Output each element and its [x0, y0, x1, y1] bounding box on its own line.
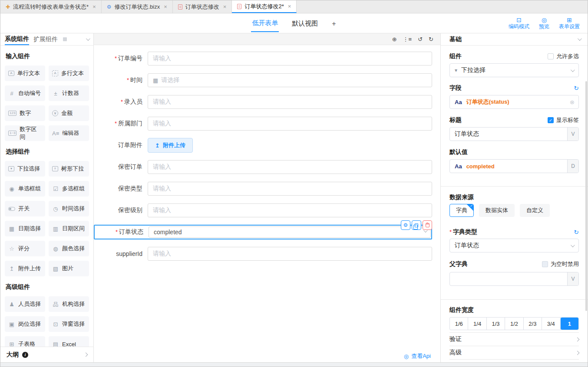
variable-suffix-button[interactable]: V [567, 272, 578, 285]
datasource-option[interactable]: 自定义 [520, 204, 550, 217]
palette-item-sub-table[interactable]: ⊞子表格 [5, 336, 45, 347]
field-input[interactable]: 请输入 [148, 95, 432, 109]
palette-item-rating[interactable]: ☆评分 [5, 241, 45, 256]
palette-item-popup-picker[interactable]: ⊡弹窗选择 [49, 316, 89, 332]
refresh-icon[interactable]: ↻ [574, 229, 579, 236]
palette-item-number[interactable]: 123数字 [5, 105, 45, 121]
palette-item-auto-number[interactable]: #自动编号 [5, 85, 45, 101]
field-item[interactable]: *所属部门请输入 [94, 113, 432, 134]
view-tab[interactable]: 低开表单 [251, 14, 279, 32]
width-option[interactable]: 2/3 [524, 318, 542, 330]
palette-item-single-line-text[interactable]: A单行文本 [5, 66, 45, 81]
close-icon[interactable]: × [92, 3, 96, 10]
close-icon[interactable]: × [288, 3, 291, 10]
undo-icon[interactable]: ↺ [418, 36, 423, 42]
attachment-upload-button[interactable]: ↥附件上传 [148, 138, 193, 153]
field-item[interactable]: 订单附件↥附件上传 [94, 134, 432, 156]
palette-item-color-picker[interactable]: ◍颜色选择 [49, 241, 89, 256]
field-selected[interactable]: *订单状态completed⚙ [94, 225, 432, 239]
component-type-select[interactable]: ▾ 下拉选择 [449, 63, 579, 77]
width-option[interactable]: 1/2 [505, 318, 523, 330]
width-option[interactable]: 1 [561, 318, 578, 330]
width-option[interactable]: 1/4 [468, 318, 486, 330]
allow-multi-checkbox[interactable]: 允许多选 [548, 52, 579, 60]
dynamic-suffix-button[interactable]: D [567, 160, 578, 173]
chevron-down-icon[interactable] [86, 36, 90, 41]
redo-icon[interactable]: ↻ [429, 36, 433, 42]
inspector-header[interactable]: 基础 [441, 33, 588, 46]
datasource-option[interactable]: 数据实体 [479, 204, 515, 217]
dict-type-select[interactable]: 订单状态 [449, 239, 579, 252]
add-view-tab[interactable]: + [331, 15, 337, 32]
window-tab[interactable]: ✚流程流转时修改表单业务状态*× [0, 0, 102, 13]
variable-suffix-button[interactable]: V [567, 128, 578, 141]
field-item[interactable]: 保密订单请输入 [94, 156, 432, 178]
delete-button[interactable] [423, 220, 432, 230]
action-code-mode[interactable]: ⊡编码模式 [509, 17, 529, 30]
palette-item-switch[interactable]: 开关 [5, 201, 45, 216]
close-icon[interactable]: × [164, 3, 167, 10]
section-高级[interactable]: 高级 [449, 346, 579, 359]
palette-item-org-picker[interactable]: 品机构选择 [49, 296, 89, 312]
default-value-input[interactable]: Aa completed D [449, 159, 579, 173]
field-input[interactable]: 请输入 [148, 52, 432, 66]
palette-item-radio-group[interactable]: ◉单选框组 [5, 181, 45, 197]
field-input[interactable]: 请输入 [148, 203, 432, 217]
copy-button[interactable] [412, 220, 421, 230]
show-label-checkbox[interactable]: ✓ 显示标签 [548, 116, 579, 124]
datasource-option[interactable]: 字典 [449, 204, 474, 217]
palette-item-multi-line-text[interactable]: A多行文本 [49, 66, 89, 81]
field-input[interactable]: 请输入 [148, 182, 432, 196]
palette-item-upload[interactable]: ↥附件上传 [5, 261, 45, 276]
refresh-icon[interactable]: ↻ [574, 85, 579, 92]
palette-item-time-picker[interactable]: ◷时间选择 [49, 201, 89, 216]
palette-item-date-picker[interactable]: ▦日期选择 [5, 221, 45, 236]
clear-icon[interactable]: ⊗ [570, 99, 575, 105]
close-icon[interactable]: × [223, 3, 227, 10]
globe-icon[interactable]: ⊕ [392, 36, 397, 42]
field-item[interactable]: 保密类型请输入 [94, 178, 432, 200]
palette-item-checkbox-group[interactable]: ☑多选框组 [49, 181, 89, 197]
palette-item-currency[interactable]: ¥金额 [49, 105, 89, 121]
field-item[interactable]: *订单编号请输入 [94, 48, 432, 69]
palette-item-editor[interactable]: A≡编辑器 [49, 125, 89, 141]
window-tab[interactable]: ⚙修改订单状态.bizx× [102, 0, 173, 13]
palette-item-date-range[interactable]: ▥日期区间 [49, 221, 89, 236]
field-item[interactable]: *录入员请输入 [94, 91, 432, 113]
palette-scroll[interactable]: 输入组件A单行文本A多行文本#自动编号±计数器123数字¥金额1~3数字区间A≡… [0, 46, 93, 347]
outline-tree-icon[interactable]: ⋮≡ [403, 36, 412, 42]
field-input[interactable]: completed [149, 226, 431, 238]
field-input[interactable]: 请输入 [148, 247, 432, 261]
settings-button[interactable]: ⚙ [401, 220, 410, 230]
field-item[interactable]: *时间▦请选择 [94, 69, 432, 91]
window-tab[interactable]: 订单状态修改2*× [232, 0, 297, 13]
title-input[interactable]: 订单状态 V [449, 127, 579, 141]
field-item[interactable]: 保密级别请输入 [94, 200, 432, 221]
width-option[interactable]: 1/3 [487, 318, 505, 330]
palette-item-position-picker[interactable]: ▣岗位选择 [5, 316, 45, 332]
disable-when-empty-checkbox[interactable]: 为空时禁用 [542, 260, 579, 268]
palette-item-number-range[interactable]: 1~3数字区间 [5, 125, 45, 141]
outline-footer[interactable]: 大纲 i [0, 347, 93, 362]
field-binding-input[interactable]: Aa 订单状态(status) ⊗ [449, 95, 579, 109]
field-input[interactable]: ▦请选择 [148, 73, 432, 87]
width-option[interactable]: 1/6 [450, 318, 468, 330]
palette-item-tree-dropdown[interactable]: ≡树形下拉 [49, 161, 89, 177]
section-样式[interactable]: 样式 [449, 359, 579, 362]
palette-item-excel[interactable]: ▤Excel [49, 336, 89, 347]
palette-tab[interactable]: 系统组件 [5, 33, 29, 45]
section-验证[interactable]: 验证 [449, 332, 579, 346]
action-preview[interactable]: ◎预览 [539, 17, 549, 30]
palette-item-image[interactable]: ▧图片 [49, 261, 89, 276]
field-input[interactable]: 请输入 [148, 117, 432, 131]
view-tab[interactable]: 默认视图 [291, 15, 319, 32]
scrollbar-thumb[interactable] [585, 81, 587, 311]
palette-tab[interactable]: 扩展组件 [33, 33, 58, 45]
view-api-link[interactable]: ◎ 查看Api [94, 350, 440, 362]
action-form-settings[interactable]: ⊞表单设置 [559, 17, 580, 30]
field-item[interactable]: supplierId请输入 [94, 243, 432, 265]
width-option[interactable]: 3/4 [542, 318, 560, 330]
parent-dict-input[interactable]: V [449, 272, 579, 286]
palette-item-dropdown[interactable]: ▾下拉选择 [5, 161, 45, 177]
palette-item-person-picker[interactable]: ♟人员选择 [5, 296, 45, 312]
